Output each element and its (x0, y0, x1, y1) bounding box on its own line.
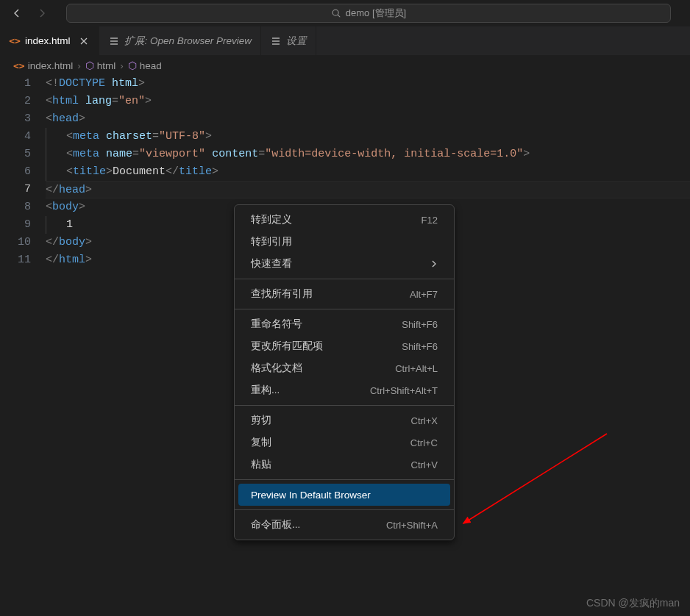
title-bar: demo [管理员] (0, 0, 690, 26)
html-file-icon: <> (9, 35, 21, 47)
menu-item[interactable]: 查找所有引用Alt+F7 (235, 283, 454, 305)
menu-item-label: 复制 (251, 436, 271, 449)
command-center-label: demo [管理员] (346, 7, 406, 20)
close-icon[interactable] (78, 35, 90, 47)
symbol-icon: ⬡ (128, 60, 137, 71)
nav-back-icon[interactable] (10, 7, 24, 20)
menu-separator (235, 279, 454, 279)
menu-item-label: 更改所有匹配项 (251, 340, 323, 353)
command-center[interactable]: demo [管理员] (66, 4, 671, 23)
menu-item[interactable]: 转到引用 (235, 231, 454, 253)
menu-item-shortcut: Ctrl+V (411, 459, 438, 470)
line-number: 4 (0, 128, 31, 146)
code-line[interactable]: <!DOCTYPE html> (46, 75, 690, 93)
code-line[interactable]: <html lang="en"> (46, 93, 690, 110)
menu-separator (235, 479, 454, 480)
nav-forward-icon (35, 7, 49, 20)
tab-label: index.html (25, 35, 71, 46)
line-number: 7 (0, 181, 31, 198)
breadcrumb-separator: › (120, 60, 124, 71)
menu-item-shortcut: Shift+F6 (402, 319, 438, 330)
menu-item-label: 粘贴 (251, 458, 271, 471)
code-line[interactable]: <title>Document</title> (46, 163, 690, 181)
code-line[interactable]: </head> (46, 181, 690, 198)
breadcrumb-label: head (140, 60, 162, 71)
menu-item[interactable]: 重命名符号Shift+F6 (235, 313, 454, 335)
menu-item-shortcut: F12 (422, 215, 438, 226)
menu-item[interactable]: 复制Ctrl+C (235, 431, 454, 454)
menu-item-shortcut: Ctrl+C (410, 437, 438, 448)
menu-item-label: 剪切 (251, 414, 271, 427)
menu-item-shortcut: Ctrl+Alt+L (395, 363, 438, 374)
menu-separator (235, 309, 454, 309)
menu-separator (235, 509, 454, 510)
svg-point-0 (332, 10, 338, 15)
line-number: 5 (0, 146, 31, 163)
tab-1[interactable]: 扩展: Open Browser Preview (99, 26, 262, 55)
tab-0[interactable]: <>index.html (0, 26, 99, 55)
menu-item[interactable]: 快速查看 (235, 253, 454, 275)
line-number-gutter: 1234567891011 (0, 75, 46, 269)
line-number: 9 (0, 216, 31, 234)
line-number: 11 (0, 251, 31, 269)
svg-line-10 (463, 434, 607, 523)
line-number: 1 (0, 75, 31, 93)
chevron-right-icon (430, 260, 438, 268)
breadcrumb-label: index.html (28, 60, 74, 71)
code-line[interactable]: <meta name="viewport" content="width=dev… (46, 146, 690, 163)
menu-item[interactable]: 命令面板...Ctrl+Shift+A (235, 514, 454, 536)
menu-item[interactable]: 剪切Ctrl+X (235, 409, 454, 431)
menu-item-shortcut: Ctrl+Shift+Alt+T (370, 385, 438, 396)
breadcrumb-item[interactable]: ⬡html (85, 60, 116, 71)
menu-item[interactable]: Preview In Default Browser (238, 484, 450, 506)
nav-arrows (6, 7, 53, 20)
menu-item-shortcut: Ctrl+Shift+A (386, 520, 438, 531)
menu-item-label: 重命名符号 (251, 318, 302, 331)
line-number: 8 (0, 198, 31, 216)
tab-label: 扩展: Open Browser Preview (124, 35, 252, 48)
menu-item-label: 查找所有引用 (251, 287, 313, 301)
menu-item[interactable]: 重构...Ctrl+Shift+Alt+T (235, 379, 454, 401)
tab-2[interactable]: 设置 (261, 26, 316, 55)
menu-item-label: 转到引用 (251, 235, 292, 248)
breadcrumb-item[interactable]: <>index.html (13, 60, 73, 71)
html-file-icon: <> (13, 60, 25, 71)
code-line[interactable]: <meta charset="UTF-8"> (46, 128, 690, 146)
code-line[interactable]: <head> (46, 110, 690, 128)
menu-item-shortcut: Alt+F7 (410, 289, 438, 300)
symbol-icon: ⬡ (85, 60, 94, 71)
breadcrumb: <>index.html›⬡html›⬡head (0, 56, 690, 75)
watermark: CSDN @发疯的man (586, 597, 680, 610)
breadcrumb-label: html (97, 60, 116, 71)
breadcrumb-separator: › (77, 60, 81, 71)
line-number: 6 (0, 163, 31, 181)
tab-bar: <>index.html扩展: Open Browser Preview设置 (0, 26, 690, 56)
list-icon (108, 35, 120, 47)
list-icon (270, 35, 282, 47)
menu-item[interactable]: 更改所有匹配项Shift+F6 (235, 335, 454, 357)
svg-line-1 (338, 15, 340, 17)
menu-item[interactable]: 格式化文档Ctrl+Alt+L (235, 357, 454, 379)
menu-item-label: 快速查看 (251, 257, 292, 271)
line-number: 3 (0, 110, 31, 128)
search-icon (331, 8, 341, 18)
menu-separator (235, 405, 454, 406)
line-number: 10 (0, 234, 31, 251)
menu-item-label: 命令面板... (251, 518, 300, 531)
line-number: 2 (0, 93, 31, 110)
tab-label: 设置 (286, 35, 307, 48)
menu-item[interactable]: 转到定义F12 (235, 209, 454, 231)
editor-context-menu: 转到定义F12转到引用快速查看查找所有引用Alt+F7重命名符号Shift+F6… (234, 204, 455, 540)
menu-item-label: 转到定义 (251, 213, 292, 226)
menu-item[interactable]: 粘贴Ctrl+V (235, 454, 454, 476)
menu-item-label: 重构... (251, 384, 280, 397)
menu-item-label: Preview In Default Browser (251, 490, 371, 501)
breadcrumb-item[interactable]: ⬡head (128, 60, 162, 71)
menu-item-shortcut: Shift+F6 (402, 341, 438, 352)
annotation-arrow (452, 426, 614, 544)
menu-item-label: 格式化文档 (251, 362, 302, 375)
menu-item-shortcut: Ctrl+X (411, 415, 438, 426)
